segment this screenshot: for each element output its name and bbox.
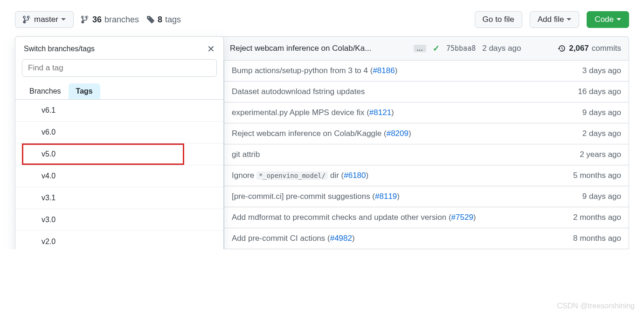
row-time: 2 months ago — [573, 213, 621, 222]
tag-search-input[interactable] — [22, 59, 217, 77]
file-row: Add pre-commit CI actions (#4982)8 month… — [224, 228, 629, 249]
tab-tags[interactable]: Tags — [69, 83, 100, 99]
tag-item[interactable]: v3.0 — [15, 209, 223, 231]
file-row: Dataset autodownload fstring updates16 d… — [224, 82, 629, 102]
tab-branches[interactable]: Branches — [22, 83, 69, 99]
row-time: 9 days ago — [582, 192, 621, 201]
file-row: git attrib2 years ago — [224, 144, 629, 165]
file-row: Add mdformat to precommit checks and upd… — [224, 207, 629, 228]
tag-item[interactable]: v6.1 — [15, 100, 223, 122]
commit-sha[interactable]: 75bbaa8 — [446, 44, 476, 53]
issue-link[interactable]: #8186 — [373, 66, 395, 75]
popover-title: Switch branches/tags — [24, 45, 95, 53]
tags-count: 8 — [158, 15, 162, 25]
more-button[interactable]: … — [414, 45, 426, 52]
issue-link[interactable]: #8121 — [369, 108, 391, 117]
commit-message[interactable]: git attrib — [232, 150, 572, 159]
branch-tag-popover: Switch branches/tags ✕ Branches Tags v6.… — [15, 36, 224, 249]
check-icon[interactable]: ✓ — [433, 43, 440, 54]
tag-icon — [146, 15, 155, 24]
commit-message[interactable]: Ignore *_openvino_model/ dir (#6180) — [232, 171, 566, 180]
caret-down-icon — [616, 17, 621, 22]
tag-item[interactable]: v5.0 — [15, 143, 223, 165]
repo-toolbar: master 36 branches 8 tags Go to file Add… — [15, 11, 629, 28]
tag-item[interactable]: v6.0 — [15, 122, 223, 143]
code-button[interactable]: Code — [587, 11, 629, 28]
branches-label: branches — [104, 15, 139, 25]
issue-link[interactable]: #6180 — [344, 171, 366, 180]
commit-message[interactable]: experimental.py Apple MPS device fix (#8… — [232, 108, 575, 117]
file-row: Ignore *_openvino_model/ dir (#6180)5 mo… — [224, 165, 629, 186]
row-time: 16 days ago — [578, 87, 621, 96]
tags-label: tags — [165, 15, 181, 25]
latest-commit-title[interactable]: Reject webcam inference on Colab/Ka... — [230, 44, 407, 53]
row-time: 2 years ago — [580, 150, 621, 159]
commit-message[interactable]: Bump actions/setup-python from 3 to 4 (#… — [232, 66, 575, 75]
branches-count: 36 — [92, 15, 102, 25]
commit-message[interactable]: Reject webcam inference on Colab/Kaggle … — [232, 129, 575, 138]
commits-label: commits — [592, 44, 621, 53]
branches-link[interactable]: 36 branches — [81, 15, 139, 25]
tag-item[interactable]: v2.0 — [15, 231, 223, 249]
commits-link[interactable]: 2,067 commits — [558, 44, 621, 53]
tags-list: v6.1v6.0v5.0v4.0v3.1v3.0v2.0v1.0 — [15, 100, 223, 249]
issue-link[interactable]: #8209 — [387, 129, 409, 138]
commits-count: 2,067 — [569, 44, 589, 53]
tag-item[interactable]: v3.1 — [15, 187, 223, 209]
commit-message[interactable]: Dataset autodownload fstring updates — [232, 87, 570, 96]
commit-message[interactable]: [pre-commit.ci] pre-commit suggestions (… — [232, 192, 575, 201]
row-time: 2 days ago — [582, 129, 621, 138]
row-time: 5 months ago — [573, 171, 621, 180]
commit-message[interactable]: Add mdformat to precommit checks and upd… — [232, 213, 566, 222]
issue-link[interactable]: #7529 — [451, 213, 473, 222]
file-row: [pre-commit.ci] pre-commit suggestions (… — [224, 186, 629, 207]
issue-link[interactable]: #4982 — [330, 234, 352, 243]
commit-message[interactable]: Add pre-commit CI actions (#4982) — [232, 234, 566, 243]
add-file-button[interactable]: Add file — [530, 11, 580, 28]
caret-down-icon — [567, 17, 571, 22]
caret-down-icon — [61, 17, 66, 22]
tags-link[interactable]: 8 tags — [146, 15, 181, 25]
git-branch-icon — [23, 15, 31, 24]
file-row: experimental.py Apple MPS device fix (#8… — [224, 102, 629, 123]
history-icon — [558, 44, 566, 53]
issue-link[interactable]: #8119 — [375, 192, 397, 201]
file-row: Reject webcam inference on Colab/Kaggle … — [224, 123, 629, 144]
row-time: 3 days ago — [582, 66, 621, 75]
code-literal: *_openvino_model/ — [256, 171, 328, 180]
row-time: 8 months ago — [573, 234, 621, 243]
go-to-file-button[interactable]: Go to file — [475, 11, 522, 28]
branch-selector-label: master — [34, 15, 58, 24]
close-icon[interactable]: ✕ — [207, 43, 215, 54]
row-time: 9 days ago — [582, 108, 621, 117]
file-row: Bump actions/setup-python from 3 to 4 (#… — [224, 61, 629, 82]
commit-time: 2 days ago — [482, 44, 521, 53]
git-branch-icon — [81, 15, 90, 24]
branch-selector-button[interactable]: master — [15, 11, 74, 28]
tag-item[interactable]: v4.0 — [15, 165, 223, 187]
